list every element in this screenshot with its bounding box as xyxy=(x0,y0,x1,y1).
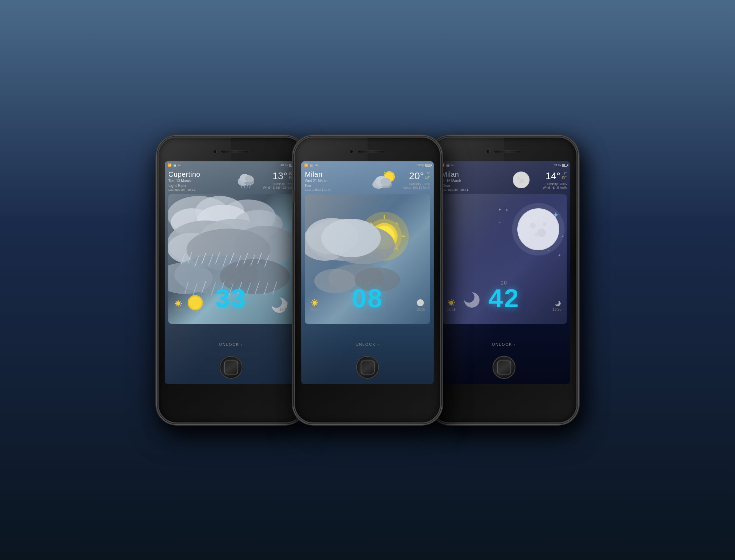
svg-point-107 xyxy=(506,209,507,211)
status-left-1: 📶 🤖 ••• xyxy=(168,163,181,167)
status-left-3: 📶 🤖 ••• xyxy=(441,163,454,167)
status-bar-2: 📶 🤖 ••• 100% xyxy=(301,161,434,169)
temp-low-1: 16° xyxy=(288,175,294,179)
side-button-right-3 xyxy=(577,190,578,209)
sunset-moon-icon-2 xyxy=(416,299,425,307)
humidity-2: Humidity · 33% xyxy=(399,182,430,186)
svg-point-101 xyxy=(420,302,422,304)
battery-icon-2 xyxy=(425,164,431,167)
temp-high-2: 4° xyxy=(425,172,430,175)
wind-2: Wind · SW | 8 km/h xyxy=(399,186,430,189)
weather-date-2: Wed 21 March xyxy=(305,179,371,183)
svg-point-85 xyxy=(321,219,381,257)
temp-low-3: 19° xyxy=(561,175,567,179)
sunset-time-2: 18:36 xyxy=(416,308,425,312)
dot-icon-1: ••• xyxy=(178,163,181,167)
screen-bg-1: 📶 🤖 ••• 48 % Cupertino Tu xyxy=(165,161,297,384)
weather-icon-area-2 xyxy=(371,170,399,190)
sunrise-time-3: 06:31 xyxy=(447,308,455,312)
phone-top-1 xyxy=(159,138,303,162)
speaker-1 xyxy=(221,150,249,153)
home-button-2[interactable] xyxy=(356,356,379,379)
svg-point-119 xyxy=(449,301,453,305)
dot-icon-3: ••• xyxy=(451,163,454,167)
phone-3: 📶 🤖 ••• 63 % Milan Fri 16 March xyxy=(430,136,578,424)
weather-date-1: Tue. 13 March xyxy=(168,179,234,183)
home-button-inner-3 xyxy=(497,360,511,374)
battery-percent-3: 63 % xyxy=(553,163,561,167)
phone-2: 📶 🤖 ••• 100% Milan Wed 21 March xyxy=(294,136,441,424)
svg-point-118 xyxy=(543,222,546,226)
camera-3 xyxy=(486,150,490,153)
svg-line-56 xyxy=(180,301,181,302)
widget-bg-2: 06:22 17 08 xyxy=(305,194,430,324)
svg-line-126 xyxy=(453,300,454,301)
humidity-3: Humidity · 63% xyxy=(535,182,567,186)
svg-point-106 xyxy=(519,181,521,183)
sunset-time-1: 19:13 xyxy=(280,308,288,312)
android-icon-3: 🤖 xyxy=(446,163,450,167)
svg-line-54 xyxy=(175,301,176,302)
unlock-area-2[interactable]: UNLOCK › xyxy=(301,341,434,347)
unlock-area-3[interactable]: UNLOCK › xyxy=(438,341,570,347)
sunrise-time-2: 06:22 xyxy=(310,308,319,312)
speaker-2 xyxy=(357,150,385,153)
svg-point-4 xyxy=(245,175,253,182)
weather-icon-area-3 xyxy=(507,170,535,190)
home-button-1[interactable] xyxy=(220,356,243,379)
temp-high-1: 10° xyxy=(288,172,294,175)
screen-3: 📶 🤖 ••• 63 % Milan Fri 16 March xyxy=(438,161,570,384)
svg-point-117 xyxy=(534,232,539,237)
screen-bg-2: 📶 🤖 ••• 100% Milan Wed 21 March xyxy=(301,161,434,384)
screen-bg-3: 📶 🤖 ••• 63 % Milan Fri 16 March xyxy=(438,161,570,384)
svg-point-116 xyxy=(538,229,546,237)
weather-right-3: 14° 7° 19° Humidity · 63% Wind · E | 5 k… xyxy=(535,170,567,189)
weather-right-1: 13° 10° 16° Humidity · 77% Wind · S SE |… xyxy=(262,170,294,189)
side-button-left-1 xyxy=(157,190,158,202)
screen-1: 📶 🤖 ••• 48 % Cupertino Tu xyxy=(165,161,297,384)
battery-percent-2: 100% xyxy=(416,163,424,167)
temp-current-1: 13° xyxy=(273,170,287,182)
unlock-text-2[interactable]: UNLOCK › xyxy=(356,342,380,346)
unlock-text-3[interactable]: UNLOCK › xyxy=(492,342,516,346)
weather-update-2: Last update | 17:07 xyxy=(305,188,371,191)
home-button-3[interactable] xyxy=(493,356,516,379)
svg-line-97 xyxy=(312,304,313,305)
unlock-area-1[interactable]: UNLOCK › xyxy=(165,341,297,347)
wind-1: Wind · S SE | 13 km/h xyxy=(262,186,294,189)
weather-icon-area-1 xyxy=(234,170,262,190)
wind-3: Wind · E | 5 km/h xyxy=(535,186,567,189)
weather-right-2: 20° 4° 19° Humidity · 33% Wind · SW | 8 … xyxy=(399,170,430,189)
temp-low-2: 19° xyxy=(425,175,430,179)
status-bar-1: 📶 🤖 ••• 48 % xyxy=(165,161,297,169)
svg-line-96 xyxy=(316,300,317,301)
signal-icon-2: 📶 xyxy=(304,163,308,167)
weather-widget-2: 06:22 17 08 xyxy=(305,194,430,324)
weather-condition-3: Clear xyxy=(441,183,507,188)
battery-icon-3 xyxy=(562,164,567,167)
dot-icon-2: ••• xyxy=(315,163,318,167)
sunset-crescent-icon-3 xyxy=(553,299,561,307)
speaker-3 xyxy=(494,150,522,153)
status-right-2: 100% xyxy=(416,163,431,167)
status-left-2: 📶 🤖 ••• xyxy=(304,163,318,167)
sunrise-time-1: 07:20 xyxy=(174,308,182,312)
svg-point-100 xyxy=(419,301,420,302)
phone-top-2 xyxy=(295,138,440,162)
unlock-text-1[interactable]: UNLOCK › xyxy=(219,342,243,346)
phones-container: 📶 🤖 ••• 48 % Cupertino Tu xyxy=(163,136,572,424)
svg-line-94 xyxy=(312,300,313,301)
city-name-1: Cupertino xyxy=(168,170,234,178)
weather-widget-1: 07:20 20 33 xyxy=(168,194,294,324)
weather-top-1: Cupertino Tue. 13 March Light Rain Last … xyxy=(165,169,297,193)
weather-condition-2: Fair xyxy=(305,183,371,188)
svg-point-111 xyxy=(499,222,500,223)
android-icon-2: 🤖 xyxy=(309,163,313,167)
side-button-left-2 xyxy=(293,190,295,202)
svg-line-127 xyxy=(448,304,449,305)
sunrise-sun-icon-3 xyxy=(447,299,455,307)
svg-point-104 xyxy=(517,177,520,180)
sunrise-sun-icon-2 xyxy=(310,299,319,307)
phone-top-3 xyxy=(432,138,576,162)
svg-point-115 xyxy=(530,223,536,229)
